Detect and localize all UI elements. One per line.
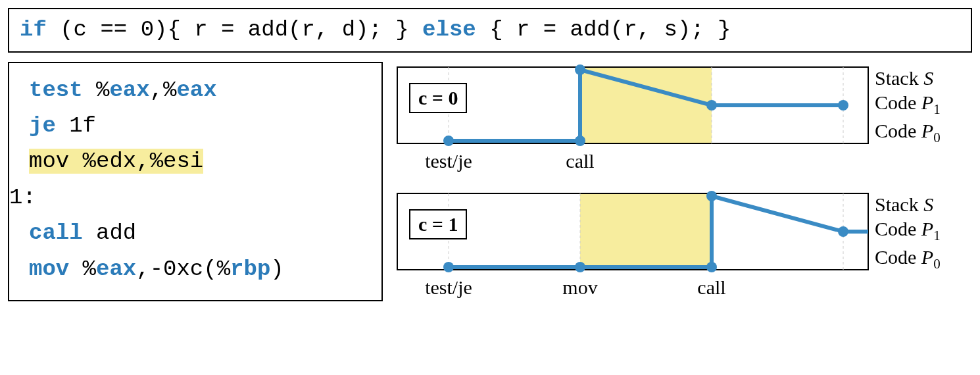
- asm-line-je: je 1f: [9, 108, 381, 143]
- svg-rect-0: [580, 67, 712, 143]
- asm-line-call: call add: [9, 215, 381, 251]
- svg-point-18: [575, 262, 585, 272]
- asm-line-mov-highlight: mov %edx,%esi: [9, 143, 381, 179]
- svg-point-10: [838, 100, 848, 111]
- assembly-box: test %eax,%eax je 1f mov %edx,%esi 1: ca…: [8, 62, 383, 301]
- x-axis-labels-c0: test/je call: [396, 150, 870, 175]
- svg-point-6: [443, 136, 454, 146]
- svg-point-7: [575, 136, 585, 146]
- source-code-box: if (c == 0){ r = add(r, d); } else { r =…: [8, 8, 972, 53]
- svg-point-17: [443, 262, 454, 272]
- asm-line-mov-store: mov %eax,-0xc(%rbp): [9, 251, 381, 287]
- keyword-if: if: [20, 17, 47, 42]
- chart-c0: c = 0 Stack S Code P1 Code P0 test/je ca…: [396, 64, 972, 175]
- svg-rect-11: [580, 193, 712, 270]
- condition-label-c0: c = 0: [409, 83, 467, 113]
- source-if-body: (c == 0){ r = add(r, d); }: [47, 17, 422, 42]
- y-axis-labels-c0: Stack S Code P1 Code P0: [875, 67, 941, 146]
- asm-label: 1:: [9, 180, 381, 215]
- svg-point-19: [706, 262, 717, 272]
- source-else-body: { r = add(r, s); }: [476, 17, 731, 42]
- x-axis-labels-c1: test/je mov call: [396, 276, 870, 301]
- svg-point-21: [838, 226, 848, 237]
- condition-label-c1: c = 1: [409, 209, 467, 239]
- keyword-else: else: [422, 17, 476, 42]
- asm-line-test: test %eax,%eax: [9, 72, 381, 108]
- y-axis-labels-c1: Stack S Code P1 Code P0: [875, 193, 941, 272]
- svg-point-9: [706, 100, 717, 111]
- svg-point-20: [706, 191, 717, 201]
- chart-c1: c = 1 Stack S Code P1 Code P0 test/je mo…: [396, 191, 972, 301]
- svg-point-8: [575, 64, 585, 75]
- charts-column: c = 0 Stack S Code P1 Code P0 test/je ca…: [396, 62, 972, 301]
